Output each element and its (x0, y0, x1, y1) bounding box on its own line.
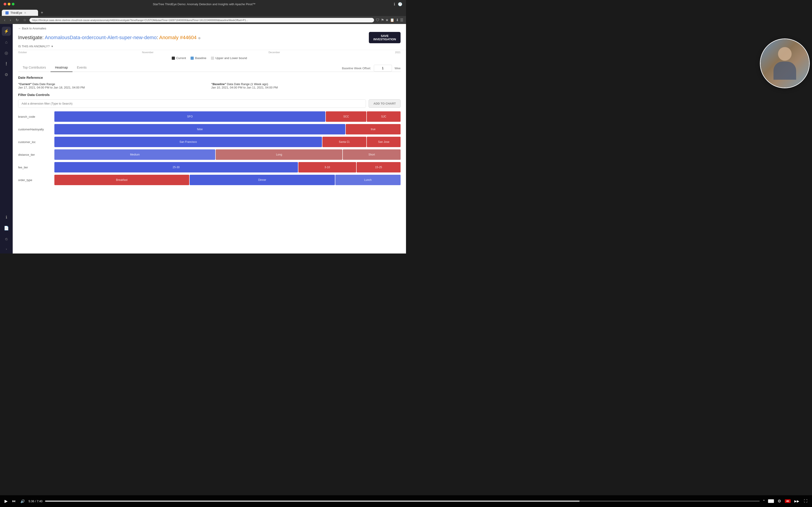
sidebar-item-info[interactable]: ℹ (2, 213, 11, 222)
baseline-week-offset-input[interactable] (374, 65, 392, 71)
anomaly-id-link[interactable]: Anomaly #44604 (159, 35, 196, 40)
date-grid: "Current" Data Date Range Jan 17, 2021, … (18, 82, 401, 89)
extension-icon-5[interactable]: ⬇ (396, 18, 399, 22)
sidebar-item-settings[interactable]: ⚙ (2, 70, 11, 79)
heatmap-bar[interactable]: SFO (54, 111, 325, 122)
tab-events[interactable]: Events (72, 63, 91, 72)
legend-bound-dot (211, 57, 214, 60)
heatmap-bar[interactable]: Medium (54, 150, 215, 160)
legend-bound: Upper and Lower bound (211, 56, 247, 60)
main-content: ← Back to Anomalies Investigate: Anomalo… (13, 24, 406, 253)
anomaly-dropdown-btn[interactable]: ▾ (51, 45, 53, 48)
refresh-btn[interactable]: ↻ (14, 17, 20, 23)
tab-favicon (5, 11, 9, 14)
window-title: StarTree ThirdEye Demo: Anomaly Detectio… (14, 2, 394, 6)
separator: : (157, 35, 159, 40)
close-window-btn[interactable] (4, 3, 6, 5)
legend-current-label: Current (176, 56, 186, 60)
heatmap-bar[interactable]: false (54, 124, 345, 134)
heatmap-bar[interactable]: San Jose (367, 137, 401, 147)
heatmap-bars-container[interactable]: San FranciscoSanta Cl.San Jose (54, 137, 401, 147)
tab-close-btn[interactable]: ✕ (24, 11, 26, 14)
heatmap-bar[interactable]: SJC (367, 111, 401, 122)
heatmap-bar[interactable]: Breakfast (54, 175, 189, 185)
title-info-icon[interactable]: ⊕ (198, 36, 201, 40)
timeline-label-dec: December (268, 51, 280, 54)
forward-btn[interactable]: › (8, 18, 12, 23)
heatmap-bars-container[interactable]: MediumLongShort (54, 150, 401, 160)
heatmap-bar[interactable]: San Francisco (54, 137, 322, 147)
baseline-date-value: Jan 10, 2021, 04:00 PM to Jan 11, 2021, … (211, 86, 401, 89)
heatmap-dimension-label: customer_loc (18, 140, 54, 144)
address-bar: ‹ › ↻ ☆ https://thirdeye.saas.demo.start… (0, 16, 406, 24)
heatmap-bar[interactable]: 3-10 (298, 162, 356, 172)
tabs-right-controls: Baseline Week Offset: Wee (342, 65, 401, 71)
legend-baseline-label: Baseline (195, 56, 206, 60)
current-date-label: "Current" Data Date Range (18, 82, 55, 86)
clock-title-icon: 🕐 (398, 2, 402, 6)
tabs-header: Top Contributors Heatmap Events Baseline… (18, 63, 401, 72)
current-date-item: "Current" Data Date Range Jan 17, 2021, … (18, 82, 208, 89)
sidebar: ⚡ ⌂ ◎ ! ⚙ ℹ 📄 ⎋ › (0, 24, 13, 253)
new-tab-btn[interactable]: + (39, 9, 45, 16)
heatmap-bar[interactable]: 15-25 (357, 162, 401, 172)
back-to-anomalies-link[interactable]: ← Back to Anomalies (18, 27, 401, 30)
filter-title: Filter Data Controls (18, 93, 401, 97)
legend-baseline-dot (191, 57, 194, 60)
minimize-window-btn[interactable] (8, 3, 10, 5)
heatmap-bar[interactable]: Short (343, 150, 401, 160)
baseline-week-offset-label: Baseline Week Offset: (342, 66, 371, 70)
sidebar-item-lightning[interactable]: ⚡ (2, 27, 11, 36)
sidebar-item-alert[interactable]: ! (2, 59, 11, 68)
heatmap-bars-container[interactable]: falsetrue (54, 124, 401, 134)
extension-icon-3[interactable]: ★ (386, 18, 389, 22)
dimension-filter-input[interactable] (18, 99, 366, 108)
extension-icon-6[interactable]: ☰ (400, 18, 403, 22)
heatmap-bar[interactable]: Santa Cl. (322, 137, 366, 147)
sidebar-item-radar[interactable]: ◎ (2, 48, 11, 57)
heatmap-bars-container[interactable]: 25-303-1015-25 (54, 162, 401, 172)
legend-current: Current (172, 56, 186, 60)
extension-icon-2[interactable]: ⚑ (381, 18, 384, 22)
week-suffix-label: Wee (395, 66, 401, 70)
current-date-value: Jan 17, 2021, 04:00 PM to Jan 18, 2021, … (18, 86, 208, 89)
alert-name-link[interactable]: AnomalousData-ordercount-Alert-super-new… (45, 35, 157, 40)
sidebar-collapse-btn[interactable]: › (6, 247, 7, 251)
sidebar-item-signout[interactable]: ⎋ (2, 234, 11, 243)
tab-top-contributors[interactable]: Top Contributors (18, 63, 51, 72)
heatmap-bar[interactable]: true (346, 124, 401, 134)
maximize-window-btn[interactable] (12, 3, 14, 5)
heatmap-bar[interactable]: 25-30 (54, 162, 298, 172)
tabs-section: Top Contributors Heatmap Events Baseline… (13, 63, 406, 72)
heatmap-row: distance_tierMediumLongShort (18, 150, 401, 160)
date-reference-section: Date Reference "Current" Data Date Range… (13, 75, 406, 93)
app-container: ⚡ ⌂ ◎ ! ⚙ ℹ 📄 ⎋ › ← Back to Anomalies In… (0, 24, 406, 253)
heatmap-dimension-label: distance_tier (18, 153, 54, 156)
anomaly-question-label: IS THIS AN ANOMALY? (18, 45, 50, 48)
bookmark-btn[interactable]: ☆ (22, 17, 28, 23)
extension-icon-4[interactable]: 📋 (390, 18, 395, 22)
heatmap-row: order_typeBreakfastDinnerLunch (18, 175, 401, 185)
window-traffic-lights[interactable] (4, 3, 14, 5)
browser-tab[interactable]: ThirdEye ✕ (2, 10, 38, 16)
timeline-labels: October November December 2021 (18, 50, 401, 55)
sidebar-item-home[interactable]: ⌂ (2, 38, 11, 47)
save-investigation-btn[interactable]: SAVEINVESTIGATION (369, 32, 401, 43)
add-to-chart-btn[interactable]: ADD TO CHART (369, 99, 401, 108)
heatmap-bar[interactable]: Dinner (190, 175, 335, 185)
filter-row: ADD TO CHART (18, 99, 401, 108)
sidebar-item-document[interactable]: 📄 (2, 224, 11, 233)
heatmap-bars-container[interactable]: BreakfastDinnerLunch (54, 175, 401, 185)
heatmap-bars-container[interactable]: SFOSCCSJC (54, 111, 401, 122)
tab-heatmap[interactable]: Heatmap (51, 63, 72, 72)
heatmap-bar[interactable]: SCC (326, 111, 366, 122)
heatmap-bar[interactable]: Lunch (335, 175, 401, 185)
heatmap-dimension-label: order_type (18, 178, 54, 182)
heatmap-row: fee_tier25-303-1015-25 (18, 162, 401, 172)
info-title-icon: ℹ (394, 2, 395, 6)
extension-icon-1[interactable]: 🛡 (376, 18, 379, 22)
heatmap-bar[interactable]: Long (216, 150, 342, 160)
heatmap-dimension-label: customerHasloyalty (18, 128, 54, 131)
url-bar[interactable]: https://thirdeye.saas.demo.startree.clou… (30, 18, 374, 22)
back-btn[interactable]: ‹ (3, 18, 7, 23)
